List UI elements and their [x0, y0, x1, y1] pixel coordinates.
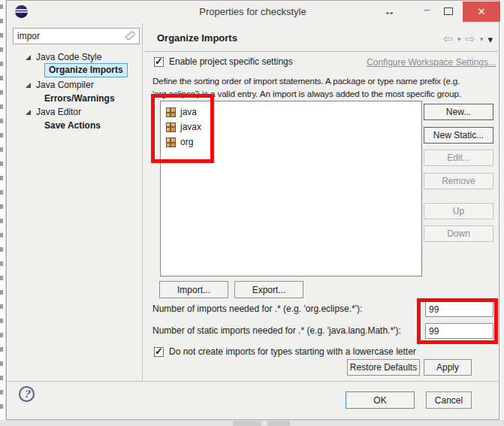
title-bar[interactable]: Properties for checkstyle ↔ – ✕	[7, 1, 499, 23]
preferences-sidebar: Java Code Style Organize Imports Java Co…	[7, 23, 143, 381]
expand-triangle-icon[interactable]	[26, 110, 31, 115]
close-button[interactable]: ✕	[463, 2, 500, 22]
tree-item-label: Java Editor	[36, 107, 81, 117]
tree-item-label: Save Actions	[44, 120, 101, 131]
annotation-rect-count-fields	[417, 298, 498, 344]
back-arrow-icon[interactable]: ⇦	[443, 33, 453, 45]
tree-item-label: Errors/Warnings	[44, 93, 115, 104]
edit-button[interactable]: Edit...	[424, 150, 493, 166]
up-button[interactable]: Up	[424, 203, 493, 219]
cancel-button[interactable]: Cancel	[426, 391, 472, 409]
tree-item-java-editor[interactable]: Java Editor	[26, 105, 81, 119]
enable-project-settings-checkbox[interactable]	[154, 57, 164, 67]
remove-button[interactable]: Remove	[424, 173, 493, 189]
lowercase-types-checkbox[interactable]	[154, 347, 164, 357]
page-title: Organize Imports	[157, 32, 237, 44]
lowercase-types-row: Do not create imports for types starting…	[154, 346, 416, 357]
tree-item-java-compiler[interactable]: Java Compiler	[26, 78, 94, 92]
organize-imports-panel: Organize Imports ⇦ ▾ ⇨ ▾ ▾ Enable projec…	[143, 23, 500, 381]
background-window-edge	[0, 0, 6, 426]
resize-icon[interactable]: ↔	[384, 5, 395, 17]
lowercase-types-label: Do not create imports for types starting…	[169, 346, 416, 357]
apply-button[interactable]: Apply	[424, 359, 472, 376]
forward-dropdown-icon[interactable]: ▾	[480, 35, 484, 43]
page-navigation: ⇦ ▾ ⇨ ▾ ▾	[443, 33, 493, 45]
tree-item-label-selected: Organize Imports	[44, 63, 128, 77]
restore-defaults-button[interactable]: Restore Defaults	[347, 359, 420, 376]
static-imports-count-label: Number of static imports needed for .* (…	[152, 323, 401, 339]
help-button[interactable]: ?	[19, 386, 35, 402]
tree-item-organize-imports[interactable]: Organize Imports	[44, 63, 128, 77]
maximize-button[interactable]	[444, 8, 453, 15]
new-button[interactable]: New...	[424, 104, 493, 120]
configure-workspace-settings-link[interactable]: Configure Workspace Settings...	[367, 57, 496, 68]
annotation-rect-import-groups	[151, 94, 214, 163]
tree-item-save-actions[interactable]: Save Actions	[44, 119, 101, 132]
view-menu-icon[interactable]: ▾	[487, 34, 493, 45]
header-separator	[145, 51, 498, 52]
ok-button[interactable]: OK	[346, 391, 415, 409]
minimize-button[interactable]: –	[422, 3, 432, 18]
expand-triangle-icon[interactable]	[26, 83, 31, 88]
background-taskbar-fragment	[233, 421, 261, 426]
forward-arrow-icon[interactable]: ⇨	[466, 33, 475, 45]
footer-separator	[7, 381, 499, 382]
tree-item-java-code-style[interactable]: Java Code Style	[26, 50, 101, 64]
expand-triangle-icon[interactable]	[26, 55, 31, 60]
properties-dialog: Properties for checkstyle ↔ – ✕ Java Cod…	[6, 0, 499, 420]
filter-input[interactable]	[13, 28, 140, 44]
new-static-button[interactable]: New Static...	[424, 127, 493, 144]
back-dropdown-icon[interactable]: ▾	[457, 35, 461, 43]
enable-project-settings-label: Enable project specific settings	[169, 56, 293, 67]
tree-item-errors-warnings[interactable]: Errors/Warnings	[44, 92, 115, 105]
screenshot-root: { "window": { "title": "Properties for c…	[0, 0, 504, 426]
background-taskbar-fragment	[267, 421, 290, 426]
down-button[interactable]: Down	[424, 225, 493, 242]
enable-project-settings-row: Enable project specific settings	[154, 56, 293, 67]
imports-count-label: Number of imports needed for .* (e.g. 'o…	[152, 301, 362, 317]
tree-item-label: Java Code Style	[36, 52, 101, 62]
export-button[interactable]: Export...	[234, 281, 303, 298]
tree-item-label: Java Compiler	[36, 80, 94, 90]
import-button[interactable]: Import...	[159, 281, 228, 298]
